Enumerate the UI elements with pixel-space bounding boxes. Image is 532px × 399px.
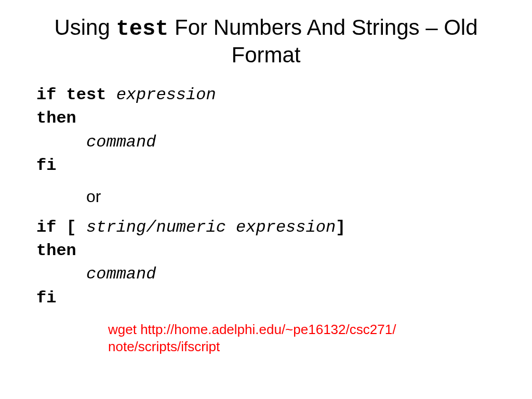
- or-separator: or: [36, 187, 496, 206]
- code2-then: then: [36, 241, 76, 260]
- code2-close-bracket: ]: [336, 218, 345, 237]
- code1-then: then: [36, 109, 76, 128]
- code2-fi: fi: [36, 288, 56, 308]
- wget-note: wget http://home.adelphi.edu/~pe16132/cs…: [108, 321, 399, 355]
- slide-title: Using test For Numbers And Strings – Old…: [36, 15, 496, 69]
- title-part2: For Numbers And Strings – Old Format: [168, 15, 477, 67]
- title-mono: test: [116, 17, 168, 42]
- code1-expression: expression: [116, 85, 216, 104]
- code-block-2: if [ string/numeric expression] then com…: [36, 216, 496, 310]
- code1-if-test: if test: [36, 85, 116, 104]
- title-part1: Using: [54, 15, 116, 39]
- code1-fi: fi: [36, 156, 56, 175]
- code-block-1: if test expression then command fi: [36, 83, 496, 178]
- code1-command: command: [36, 132, 156, 152]
- code2-if-bracket: if [: [36, 218, 86, 237]
- code2-expression: string/numeric expression: [86, 218, 336, 237]
- code2-command: command: [36, 264, 156, 284]
- slide-content: Using test For Numbers And Strings – Old…: [0, 0, 532, 310]
